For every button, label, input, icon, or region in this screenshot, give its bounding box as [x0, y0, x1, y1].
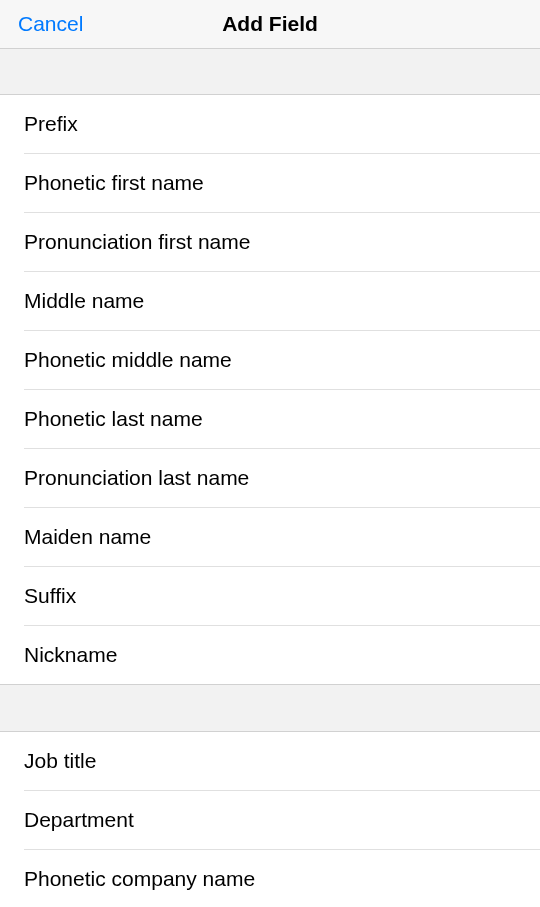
- cancel-button[interactable]: Cancel: [18, 12, 83, 36]
- field-option-label: Job title: [24, 732, 540, 791]
- field-option-label: Suffix: [24, 567, 540, 626]
- page-title: Add Field: [222, 12, 318, 36]
- field-option-label: Phonetic middle name: [24, 331, 540, 390]
- field-option-label: Department: [24, 791, 540, 850]
- header-bar: Cancel Add Field: [0, 0, 540, 49]
- field-list-section-2: Job title Department Phonetic company na…: [0, 732, 540, 907]
- field-list-section-1: Prefix Phonetic first name Pronunciation…: [0, 95, 540, 684]
- field-option-phonetic-middle-name[interactable]: Phonetic middle name: [0, 331, 540, 390]
- field-option-phonetic-company-name[interactable]: Phonetic company name: [0, 850, 540, 907]
- field-option-job-title[interactable]: Job title: [0, 732, 540, 791]
- field-option-pronunciation-last-name[interactable]: Pronunciation last name: [0, 449, 540, 508]
- field-option-label: Nickname: [24, 626, 540, 684]
- field-option-middle-name[interactable]: Middle name: [0, 272, 540, 331]
- field-option-label: Pronunciation last name: [24, 449, 540, 508]
- field-option-pronunciation-first-name[interactable]: Pronunciation first name: [0, 213, 540, 272]
- field-option-label: Middle name: [24, 272, 540, 331]
- field-option-label: Maiden name: [24, 508, 540, 567]
- field-option-label: Phonetic company name: [24, 850, 540, 907]
- field-option-prefix[interactable]: Prefix: [0, 95, 540, 154]
- field-option-label: Pronunciation first name: [24, 213, 540, 272]
- field-option-department[interactable]: Department: [0, 791, 540, 850]
- field-option-nickname[interactable]: Nickname: [0, 626, 540, 684]
- section-spacer: [0, 49, 540, 95]
- section-spacer: [0, 684, 540, 732]
- field-option-suffix[interactable]: Suffix: [0, 567, 540, 626]
- field-option-label: Prefix: [24, 95, 540, 154]
- field-option-label: Phonetic first name: [24, 154, 540, 213]
- field-option-maiden-name[interactable]: Maiden name: [0, 508, 540, 567]
- field-option-phonetic-last-name[interactable]: Phonetic last name: [0, 390, 540, 449]
- field-option-label: Phonetic last name: [24, 390, 540, 449]
- field-option-phonetic-first-name[interactable]: Phonetic first name: [0, 154, 540, 213]
